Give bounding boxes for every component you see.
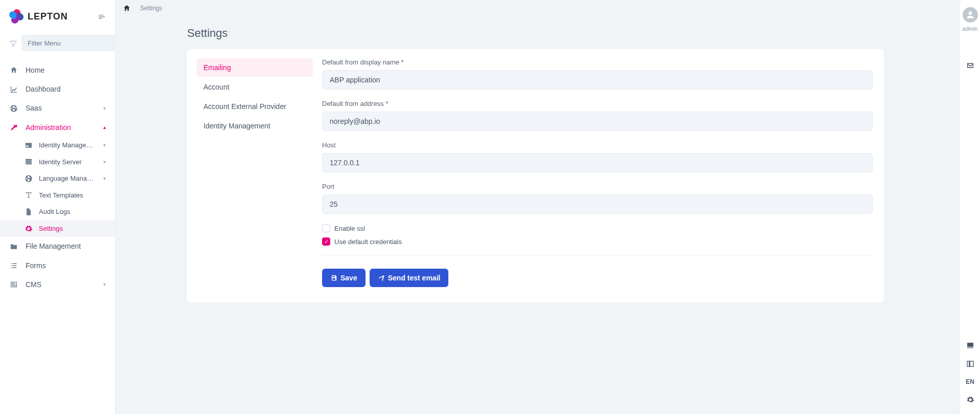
field-default-from-address: Default from address * (322, 100, 873, 131)
sidebar-subitem-settings[interactable]: Settings (0, 220, 115, 237)
layout-columns-icon (966, 360, 974, 368)
sidebar-item-label: Audit Logs (39, 208, 106, 215)
checkbox-label: Use default credentials (334, 238, 402, 246)
default-from-display-name-input[interactable] (322, 70, 873, 90)
sidebar-item-label: Saas (26, 104, 96, 112)
list-icon (9, 261, 18, 270)
paper-plane-icon (378, 274, 385, 281)
tab-account[interactable]: Account (196, 78, 313, 96)
breadcrumb: Settings (116, 0, 955, 16)
desktop-icon (966, 341, 974, 350)
server-icon (25, 158, 33, 166)
rail-mail-button[interactable] (960, 56, 980, 75)
user-label: admin (963, 26, 978, 32)
sidebar-subitem-audit-logs[interactable]: Audit Logs (0, 203, 115, 220)
user-avatar[interactable] (963, 7, 978, 23)
sidebar-subitem-identity-management[interactable]: Identity Management ▾ (0, 137, 115, 154)
enable-ssl-checkbox[interactable] (322, 224, 330, 232)
emailing-form: Default from display name * Default from… (322, 58, 875, 287)
sidebar-item-forms[interactable]: Forms (0, 256, 115, 275)
envelope-icon (966, 61, 974, 70)
sidebar-item-label: Dashboard (26, 85, 106, 93)
sidebar-item-label: Administration (26, 123, 96, 132)
button-label: Save (340, 274, 357, 282)
wrench-icon (9, 123, 18, 132)
chevron-down-icon: ▾ (103, 176, 106, 181)
host-input[interactable] (322, 153, 873, 172)
rail-desktop-button[interactable] (960, 336, 980, 355)
sidebar-item-saas[interactable]: Saas ▾ (0, 99, 115, 118)
settings-card: Emailing Account Account External Provid… (187, 49, 884, 302)
globe-icon (25, 174, 33, 183)
chevron-down-icon: ▾ (103, 105, 106, 111)
sidebar-item-label: Home (26, 66, 106, 74)
newspaper-icon (9, 280, 18, 289)
sidebar-item-file-management[interactable]: File Management (0, 237, 115, 256)
tab-identity-management[interactable]: Identity Management (196, 117, 313, 135)
sidebar-item-dashboard[interactable]: Dashboard (0, 79, 115, 98)
rail-layout-button[interactable] (960, 355, 980, 373)
breadcrumb-current: Settings (140, 4, 162, 13)
rail-settings-button[interactable] (960, 390, 980, 409)
tab-emailing[interactable]: Emailing (196, 58, 313, 77)
sidebar-toggle-button[interactable] (98, 12, 106, 20)
use-default-credentials-checkbox-row: ✓ Use default credentials (322, 237, 873, 246)
globe-icon (9, 104, 18, 113)
sidebar-nav: Home Dashboard Saas ▾ Administration ▴ I… (0, 57, 115, 294)
file-icon (25, 207, 33, 216)
user-icon (965, 10, 975, 20)
use-default-credentials-checkbox[interactable]: ✓ (322, 237, 330, 246)
field-port: Port (322, 183, 873, 214)
menu-collapse-icon (98, 13, 106, 21)
sidebar-item-home[interactable]: Home (0, 60, 115, 79)
field-label: Port (322, 183, 873, 190)
sidebar-item-administration[interactable]: Administration ▴ (0, 118, 115, 137)
sidebar-item-label: Settings (39, 225, 106, 232)
gear-icon (25, 224, 33, 233)
form-divider (322, 255, 873, 255)
chevron-up-icon: ▴ (103, 124, 106, 130)
sidebar-item-label: Identity Management (39, 141, 96, 149)
sidebar-item-cms[interactable]: CMS ▾ (0, 275, 115, 294)
save-icon (330, 274, 337, 281)
tab-account-external-provider[interactable]: Account External Provider (196, 97, 313, 116)
sidebar-subitem-language-management[interactable]: Language Managem... ▾ (0, 170, 115, 187)
settings-tabs: Emailing Account Account External Provid… (196, 58, 313, 287)
send-test-email-button[interactable]: Send test email (370, 269, 449, 287)
text-template-icon (25, 191, 33, 200)
rail-language-button[interactable]: EN (960, 373, 980, 390)
field-label: Default from address * (322, 100, 873, 107)
page-title: Settings (187, 27, 884, 40)
brand-logo[interactable]: LEPTON (9, 9, 68, 24)
gear-icon (966, 396, 974, 404)
chevron-down-icon: ▾ (103, 281, 106, 287)
sidebar-item-label: Forms (26, 262, 106, 270)
filter-menu-input[interactable] (21, 35, 120, 51)
filter-row (0, 33, 115, 57)
sidebar-item-label: CMS (26, 280, 96, 289)
logo-mark-icon (9, 9, 24, 24)
default-from-address-input[interactable] (322, 112, 873, 131)
field-label: Default from display name * (322, 58, 873, 66)
save-button[interactable]: Save (322, 269, 366, 287)
sidebar-subitem-identity-server[interactable]: Identity Server ▾ (0, 154, 115, 170)
chevron-down-icon: ▾ (103, 159, 106, 165)
enable-ssl-checkbox-row: Enable ssl (322, 224, 873, 232)
right-rail: admin EN (960, 0, 980, 414)
main-content: Settings Settings Emailing Account Accou… (116, 0, 960, 414)
sidebar-header: LEPTON (0, 0, 115, 33)
sidebar-subitem-text-templates[interactable]: Text Templates (0, 187, 115, 204)
sidebar-item-label: File Management (26, 242, 106, 250)
field-host: Host (322, 141, 873, 172)
sidebar: LEPTON Home Dashboard Saas ▾ Administrat… (0, 0, 116, 414)
rail-bottom: EN (960, 336, 980, 414)
filter-icon (9, 38, 17, 47)
sidebar-item-label: Identity Server (39, 158, 96, 166)
page: Settings Emailing Account Account Extern… (116, 16, 955, 313)
button-label: Send test email (388, 274, 441, 282)
field-default-from-display-name: Default from display name * (322, 58, 873, 90)
field-label: Host (322, 141, 873, 149)
sidebar-item-label: Text Templates (39, 191, 106, 199)
port-input[interactable] (322, 194, 873, 214)
breadcrumb-home[interactable] (123, 3, 131, 13)
